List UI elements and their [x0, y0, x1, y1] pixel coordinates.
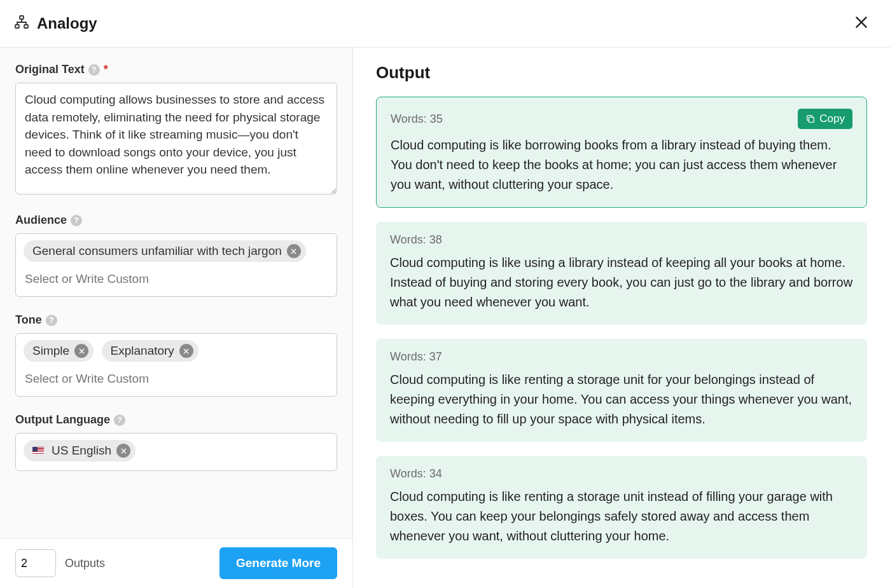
output-language-field: Output Language ? US English: [15, 413, 337, 471]
generate-more-button[interactable]: Generate More: [219, 547, 337, 579]
svg-rect-3: [809, 117, 814, 122]
original-text-field: Original Text ? *: [15, 63, 337, 197]
word-count: Words: 38: [390, 233, 442, 247]
outputs-label: Outputs: [65, 557, 105, 570]
output-text: Cloud computing is like using a library …: [390, 253, 853, 312]
audience-label: Audience: [15, 214, 67, 227]
language-tag-label: US English: [52, 444, 111, 458]
audience-tag-label: General consumers unfamiliar with tech j…: [32, 244, 282, 258]
word-count: Words: 34: [390, 467, 442, 481]
copy-button[interactable]: Copy: [798, 109, 852, 129]
output-card[interactable]: Words: 35 Copy Cloud computing is like b…: [376, 97, 867, 208]
page-title: Analogy: [37, 15, 97, 32]
word-count: Words: 37: [390, 350, 442, 364]
output-panel: Output Words: 35 Copy Cloud computing is…: [353, 48, 890, 588]
output-text: Cloud computing is like renting a storag…: [390, 370, 853, 429]
word-count: Words: 35: [391, 113, 443, 126]
tone-label: Tone: [15, 313, 42, 327]
analogy-icon: [14, 15, 29, 32]
required-indicator: *: [104, 63, 108, 76]
svg-rect-2: [24, 25, 28, 28]
audience-text-input[interactable]: [24, 267, 329, 292]
outputs-count-input[interactable]: [15, 549, 56, 577]
original-text-label: Original Text: [15, 63, 85, 76]
copy-label: Copy: [819, 113, 845, 125]
help-icon[interactable]: ?: [114, 414, 125, 426]
tone-tag[interactable]: Explanatory: [102, 340, 198, 362]
svg-rect-0: [20, 16, 24, 19]
tone-tag[interactable]: Simple: [24, 340, 94, 362]
output-text: Cloud computing is like renting a storag…: [390, 487, 853, 546]
output-language-input[interactable]: US English: [15, 433, 337, 471]
audience-field: Audience ? General consumers unfamiliar …: [15, 214, 337, 297]
language-tag[interactable]: US English: [24, 440, 136, 462]
form-panel: Original Text ? * Audience ? General con…: [0, 48, 353, 588]
header: Analogy: [0, 0, 890, 48]
us-flag-icon: [32, 447, 44, 455]
form-footer: Outputs Generate More: [0, 538, 352, 588]
tone-field: Tone ? Simple Explanatory: [15, 313, 337, 397]
output-card[interactable]: Words: 34 Cloud computing is like rentin…: [376, 456, 867, 559]
tag-remove-button[interactable]: [287, 244, 301, 258]
original-text-input[interactable]: [15, 83, 337, 195]
output-text: Cloud computing is like borrowing books …: [391, 135, 852, 195]
output-card[interactable]: Words: 38 Cloud computing is like using …: [376, 222, 867, 325]
tone-input[interactable]: Simple Explanatory: [15, 333, 337, 397]
output-card[interactable]: Words: 37 Cloud computing is like rentin…: [376, 339, 867, 442]
tone-tag-label: Simple: [32, 344, 69, 358]
tone-tag-label: Explanatory: [111, 344, 174, 358]
audience-tag[interactable]: General consumers unfamiliar with tech j…: [24, 240, 306, 262]
tone-text-input[interactable]: [24, 367, 329, 392]
svg-rect-1: [15, 25, 19, 28]
help-icon[interactable]: ?: [46, 315, 57, 326]
audience-input[interactable]: General consumers unfamiliar with tech j…: [15, 233, 337, 297]
output-title: Output: [376, 63, 867, 83]
tag-remove-button[interactable]: [179, 344, 193, 358]
help-icon[interactable]: ?: [71, 215, 82, 226]
tag-remove-button[interactable]: [74, 344, 88, 358]
tag-remove-button[interactable]: [116, 444, 130, 458]
help-icon[interactable]: ?: [88, 64, 100, 76]
close-button[interactable]: [851, 11, 872, 36]
output-language-label: Output Language: [15, 413, 110, 427]
